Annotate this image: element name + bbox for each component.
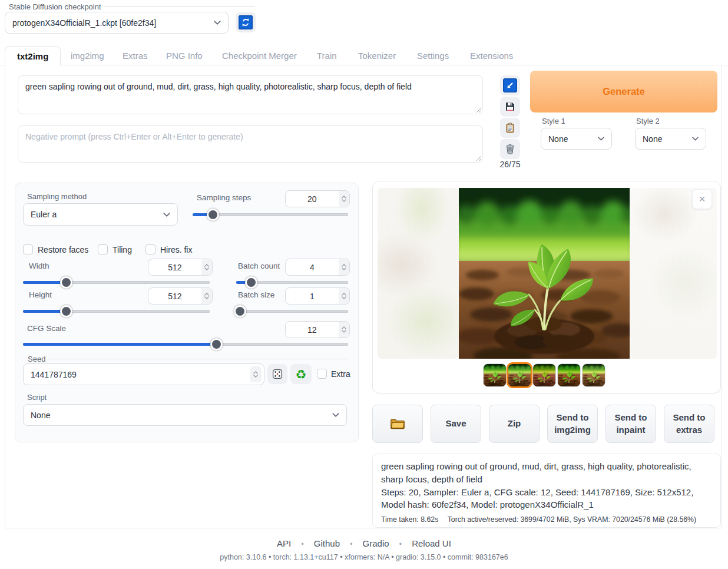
zip-button[interactable]: Zip [489,405,540,443]
width-input[interactable] [148,259,213,276]
tab-img2img[interactable]: img2img [59,46,116,65]
save-style-button[interactable] [500,97,520,117]
batch-count-input[interactable] [285,259,350,276]
script-dropdown[interactable]: None [23,404,347,426]
slider-knob[interactable] [245,276,257,289]
generated-image-preview[interactable] [459,188,630,359]
footer-link-api[interactable]: API [277,538,291,548]
chevron-down-icon [332,413,339,417]
seed-input[interactable] [23,363,264,385]
open-folder-button[interactable] [372,405,423,443]
height-slider[interactable] [23,305,210,317]
tab-settings[interactable]: Settings [405,46,461,65]
footer: API • Github • Gradio • Reload UI python… [0,538,728,561]
app-window: Stable Diffusion checkpoint protogenX34O… [0,0,728,569]
seed-fieldset-line [27,359,348,359]
width-slider[interactable] [23,276,210,288]
stepper-arrows[interactable] [339,191,349,207]
checkpoint-value: protogenX34OfficialR_1.ckpt [60fe2f34] [12,18,156,28]
tab-tokenizer[interactable]: Tokenizer [346,46,408,65]
checkpoint-refresh-button[interactable] [236,12,256,32]
prompt-field-wrap: green sapling rowing out of ground, mud,… [18,75,483,114]
sampling-method-label: Sampling method [27,192,87,201]
tab-train[interactable]: Train [305,46,349,65]
send-to-extras-button[interactable]: Send to extras [664,405,714,443]
stepper-arrows[interactable] [201,288,212,304]
hires-fix-checkbox[interactable] [145,244,155,254]
stepper-arrows[interactable] [201,259,212,275]
tab-png-info[interactable]: PNG Info [154,46,214,65]
negative-prompt-wrap [18,125,483,163]
stepper-arrows[interactable] [339,322,349,338]
clipboard-icon [504,122,516,134]
trash-icon [504,143,516,155]
thumbnail-2-selected[interactable] [507,362,532,388]
restore-faces-checkbox[interactable] [23,244,33,254]
save-button[interactable]: Save [431,405,481,443]
bullet-separator: • [399,540,402,548]
random-seed-button[interactable] [267,364,287,384]
token-counter: 26/75 [498,160,522,169]
stepper-arrows[interactable] [339,259,349,275]
sampling-method-dropdown[interactable]: Euler a [23,203,178,226]
footer-link-github[interactable]: Github [314,538,340,548]
read-params-button[interactable] [500,75,520,95]
send-to-img2img-button[interactable]: Send to img2img [547,405,598,443]
height-input[interactable] [148,287,213,305]
dice-icon [272,368,283,380]
tab-checkpoint-merger[interactable]: Checkpoint Merger [210,46,309,65]
stepper-arrows[interactable] [339,288,349,304]
batch-size-slider[interactable] [236,305,348,317]
refresh-icon [239,15,253,29]
clear-prompt-button[interactable] [500,139,520,159]
style2-dropdown[interactable]: None [635,128,706,150]
thumbnail-1[interactable] [483,363,507,387]
negative-prompt-input[interactable] [18,125,483,163]
width-label: Width [29,262,49,270]
slider-knob[interactable] [210,338,223,350]
slider-knob[interactable] [60,305,72,317]
tab-extras[interactable]: Extras [111,46,160,65]
gallery-close-button[interactable]: × [692,189,712,209]
version-info: python: 3.10.6 • torch: 1.13.1+cu117 • x… [0,553,728,561]
tab-txt2img[interactable]: txt2img [5,46,61,66]
bullet-separator: • [350,540,352,548]
footer-link-gradio[interactable]: Gradio [363,538,389,548]
vram-stats: Torch active/reserved: 3699/4702 MiB, Sy… [448,515,696,524]
reuse-seed-button[interactable]: ♻ [290,364,312,384]
tiling-checkbox[interactable] [98,244,108,254]
cfg-scale-slider[interactable] [23,338,348,350]
slider-knob[interactable] [207,209,219,221]
chevron-down-icon [163,213,170,217]
script-label: Script [27,393,47,402]
thumbnail-5[interactable] [582,363,605,387]
generation-info-stats: Time taken: 8.62s Torch active/reserved:… [381,515,712,524]
extra-seed-checkbox[interactable] [317,369,327,379]
apply-style-button[interactable] [500,118,520,138]
tab-extensions[interactable]: Extensions [458,46,525,65]
batch-count-slider[interactable] [236,276,348,288]
checkpoint-dropdown[interactable]: protogenX34OfficialR_1.ckpt [60fe2f34] [5,12,229,34]
style1-dropdown[interactable]: None [541,128,612,150]
sampling-steps-slider[interactable] [193,209,348,220]
sampling-steps-input[interactable] [285,190,350,207]
stepper-arrows[interactable] [250,366,262,382]
bullet-separator: • [301,540,303,548]
hires-fix-label: Hires. fix [160,245,192,254]
slider-knob[interactable] [60,276,72,289]
chevron-down-icon [214,21,221,25]
thumbnail-4[interactable] [557,363,581,387]
thumbnail-3[interactable] [532,363,556,387]
batch-size-input[interactable] [285,287,350,305]
prompt-input[interactable]: green sapling rowing out of ground, mud,… [18,75,483,114]
send-to-inpaint-button[interactable]: Send to inpaint [605,405,656,443]
gallery-right-fade [630,188,717,359]
cfg-scale-label: CFG Scale [27,324,66,333]
gallery-left-fade [378,188,459,359]
footer-link-reload-ui[interactable]: Reload UI [412,538,451,548]
cfg-scale-input[interactable] [285,321,350,338]
output-gallery: × [372,181,721,393]
slider-knob[interactable] [234,305,246,317]
sampling-steps-label: Sampling steps [197,193,251,202]
generate-button[interactable]: Generate [530,71,717,113]
